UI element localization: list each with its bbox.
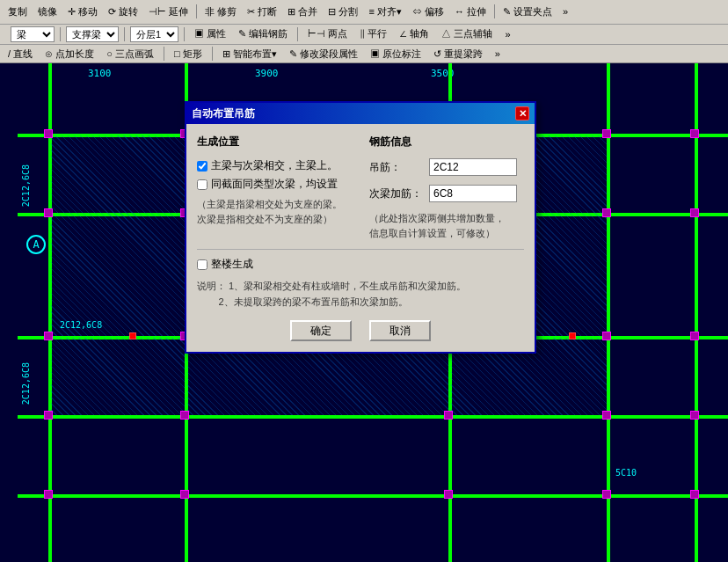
dialog-title: 自动布置吊筋 [192,106,255,121]
checkbox1-label: 主梁与次梁相交，主梁上。 [211,158,338,173]
checkbox3-label: 整楼生成 [211,257,253,272]
note-title: 说明： [197,281,226,291]
check-section: 整楼生成 [197,257,524,272]
right-col-title: 钢筋信息 [369,135,524,151]
dialog-columns: 生成位置 主梁与次梁相交，主梁上。 同截面同类型次梁，均设置 （主梁是指梁相交处… [197,135,524,240]
checkbox3[interactable] [197,259,207,270]
steel-input-2[interactable] [429,185,517,202]
dialog-buttons: 确定 取消 [197,320,524,341]
left-col-title: 生成位置 [197,135,352,151]
dialog-close-button[interactable]: ✕ [515,106,529,120]
steel-row-1: 吊筋： [369,158,524,176]
right-column: 钢筋信息 吊筋： 次梁加筋： （此处指次梁两侧共增加数量，信息取自计算设置，可修… [369,135,524,240]
dialog-body: 生成位置 主梁与次梁相交，主梁上。 同截面同类型次梁，均设置 （主梁是指梁相交处… [186,124,535,352]
section-divider [197,249,524,250]
auto-hanger-dialog: 自动布置吊筋 ✕ 生成位置 主梁与次梁相交，主梁上。 同截面同类型次梁，均设置 … [185,101,536,354]
left-column: 生成位置 主梁与次梁相交，主梁上。 同截面同类型次梁，均设置 （主梁是指梁相交处… [197,135,352,240]
steel-label-1: 吊筋： [369,160,422,175]
checkbox1[interactable] [197,161,207,172]
steel-input-1[interactable] [429,158,517,176]
dialog-overlay: 自动布置吊筋 ✕ 生成位置 主梁与次梁相交，主梁上。 同截面同类型次梁，均设置 … [0,0,728,562]
note-section: 说明： 1、梁和梁相交处有柱或墙时，不生成吊筋和次梁加筋。 2、未提取梁跨的梁不… [197,279,524,310]
cancel-button[interactable]: 取消 [369,320,431,341]
steel-hint: （此处指次梁两侧共增加数量，信息取自计算设置，可修改） [369,211,524,240]
checkbox3-row: 整楼生成 [197,257,524,272]
steel-row-2: 次梁加筋： [369,185,524,202]
steel-label-2: 次梁加筋： [369,186,422,201]
checkbox1-row: 主梁与次梁相交，主梁上。 [197,158,352,173]
confirm-button[interactable]: 确定 [290,320,352,341]
hint-text-1: （主梁是指梁相交处为支座的梁。次梁是指相交处不为支座的梁） [197,197,352,226]
checkbox2-row: 同截面同类型次梁，均设置 [197,177,352,192]
checkbox2-label: 同截面同类型次梁，均设置 [211,177,338,192]
checkbox2[interactable] [197,179,207,190]
dialog-titlebar: 自动布置吊筋 ✕ [186,103,535,124]
